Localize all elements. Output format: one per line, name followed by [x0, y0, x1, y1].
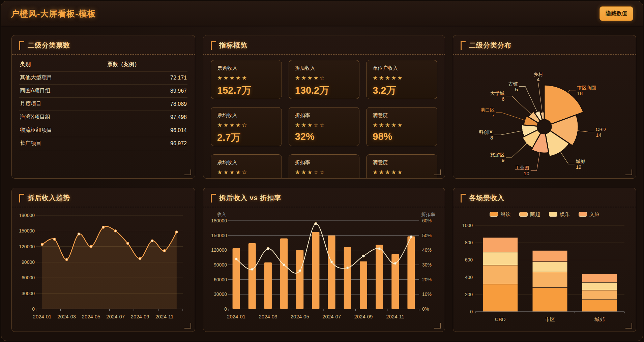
- dashed-divider: [12, 54, 195, 55]
- metric-label: 票均收入: [217, 112, 275, 119]
- x-tick-label: 2024-03: [57, 314, 76, 319]
- left-axis-name: 收入: [217, 212, 226, 217]
- data-point: [78, 233, 80, 235]
- rose-label-line: [577, 131, 594, 132]
- data-point: [330, 261, 333, 263]
- panel-trend: 拆后收入趋势 030000600009000012000015000018000…: [11, 188, 195, 332]
- stack-segment: [582, 290, 617, 300]
- metric-stars: ★★★★★: [373, 169, 431, 176]
- x-tick-label: CBD: [495, 316, 506, 322]
- stack-segment: [532, 287, 567, 312]
- left-y-tick-label: 60000: [214, 277, 227, 282]
- legend-label: 餐饮: [500, 211, 510, 218]
- metric-card: 折扣率★★★☆☆32%: [289, 154, 360, 179]
- right-y-tick-label: 30%: [422, 262, 432, 268]
- panel-corner-mark: [625, 323, 632, 329]
- y-tick-label: 90000: [22, 259, 35, 265]
- metric-value: 3.2万: [373, 84, 431, 97]
- revenue-bar: [312, 232, 319, 309]
- panel-corner-mark: [434, 323, 441, 329]
- revenue-bar: [248, 243, 256, 309]
- metric-value: 98%: [373, 178, 431, 179]
- rose-label: 工业园: [515, 165, 529, 170]
- panel-title: 二级分类票数: [28, 41, 70, 50]
- panel-title: 拆后收入 vs 折扣率: [219, 193, 281, 203]
- legend-swatch-icon: [579, 212, 587, 217]
- metric-value: 152.7万: [217, 84, 275, 97]
- bar-line-combo-chart: 00%3000010%6000020%9000030%12000040%1500…: [211, 211, 437, 323]
- x-tick-label: 2024-05: [82, 314, 100, 319]
- hide-values-button[interactable]: 隐藏数值: [599, 6, 633, 21]
- panel-header: 指标概览: [211, 41, 437, 52]
- left-y-tick-label: 0: [224, 306, 227, 312]
- panel-title: 拆后收入趋势: [28, 193, 70, 203]
- y-tick-label: 120000: [19, 244, 35, 249]
- area-fill: [42, 226, 177, 309]
- votes-cell: 89,967: [107, 84, 187, 97]
- legend-item[interactable]: 文旅: [579, 211, 599, 218]
- stack-segment: [532, 250, 567, 261]
- x-tick-label: 2024-09: [131, 314, 149, 319]
- corner-bracket-icon: [211, 194, 216, 203]
- votes-cell: 96,972: [107, 137, 187, 150]
- x-tick-label: 2024-11: [155, 314, 174, 319]
- rose-value: 8: [490, 135, 493, 141]
- revenue-bar: [360, 261, 367, 309]
- rose-value: 5: [515, 87, 518, 92]
- stack-segment: [483, 284, 518, 312]
- corner-bracket-icon: [211, 41, 216, 50]
- category-cell: 物流枢纽项目: [19, 124, 107, 137]
- votes-cell: 97,498: [107, 111, 187, 124]
- y-tick-label: 0: [32, 306, 35, 312]
- rose-label: 城郊: [576, 159, 585, 164]
- data-point: [299, 270, 301, 272]
- stack-segment: [483, 265, 518, 284]
- category-cell: 海湾X项目组: [19, 111, 107, 124]
- column-header-category: 类别: [19, 58, 107, 71]
- rose-label-line: [494, 131, 523, 135]
- panel-metrics: 指标概览 票购收入★★★★★152.7万拆后收入★★★★☆130.2万单位户收入…: [203, 35, 445, 179]
- legend-item[interactable]: 餐饮: [490, 211, 510, 218]
- metric-cards-grid: 票购收入★★★★★152.7万拆后收入★★★★☆130.2万单位户收入★★★★★…: [211, 60, 437, 179]
- corner-bracket-icon: [461, 194, 466, 203]
- metric-label: 拆后收入: [295, 65, 353, 71]
- panel-corner-mark: [184, 169, 191, 175]
- metric-card: 满意度★★★★★98%: [366, 154, 437, 179]
- data-point: [267, 247, 269, 250]
- x-tick-label: 2024-07: [322, 314, 341, 319]
- rose-label-line: [560, 152, 575, 164]
- rose-value: 9: [502, 157, 504, 163]
- chart-legend: 餐饮商超娱乐文旅: [461, 211, 628, 218]
- panel-combo: 拆后收入 vs 折扣率 00%3000010%6000020%9000030%1…: [203, 188, 445, 332]
- x-tick-label: 市区: [545, 316, 555, 322]
- panel-header: 各场景收入: [461, 193, 628, 204]
- metric-label: 满意度: [373, 112, 431, 119]
- rose-label-line: [531, 152, 540, 170]
- panel-title: 各场景收入: [469, 193, 504, 203]
- metric-value: 98%: [373, 131, 431, 142]
- legend-item[interactable]: 娱乐: [549, 211, 570, 218]
- rose-label-line: [506, 143, 527, 157]
- stack-segment: [532, 272, 567, 287]
- legend-swatch-icon: [519, 212, 528, 217]
- rose-value: 18: [577, 90, 583, 96]
- rose-value: 10: [524, 170, 529, 176]
- right-axis-name: 折扣率: [421, 212, 435, 217]
- data-point: [315, 222, 317, 225]
- legend-label: 商超: [530, 211, 540, 218]
- metric-value: 130.2万: [295, 84, 353, 97]
- table-row: 物流枢纽项目96,014: [19, 124, 187, 137]
- y-tick-label: 150000: [19, 228, 35, 234]
- metric-value: 2.7万: [217, 131, 275, 145]
- header-bar: 户橙风-大屏看板-模板 隐藏数值: [1, 1, 643, 26]
- stack-segment: [582, 300, 617, 312]
- legend-item[interactable]: 商超: [519, 211, 540, 218]
- metric-label: 满意度: [373, 159, 431, 166]
- table-header-row: 类别 票数（案例）: [19, 58, 187, 71]
- stack-segment: [483, 238, 518, 252]
- data-point: [90, 245, 92, 248]
- panel-header: 二级分类票数: [19, 41, 187, 52]
- corner-bracket-icon: [19, 41, 24, 50]
- metric-value: 32%: [295, 131, 353, 142]
- x-tick-label: 2024-11: [386, 314, 404, 319]
